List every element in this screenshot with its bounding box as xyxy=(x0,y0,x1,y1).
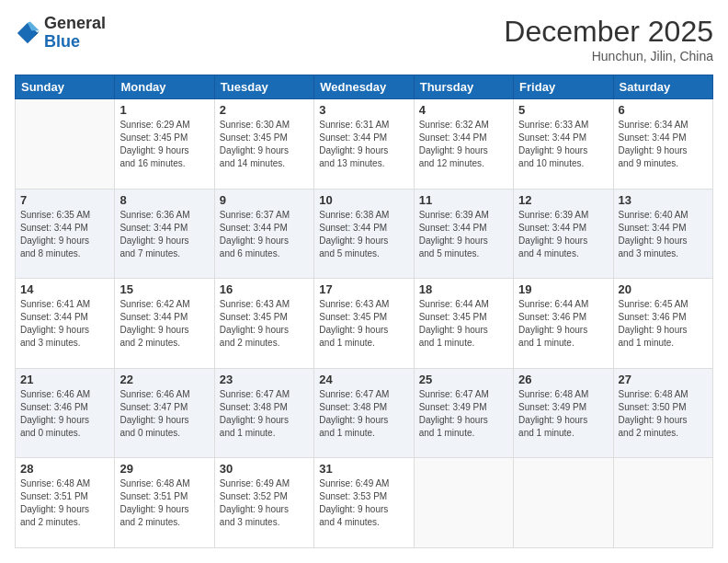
day-number: 8 xyxy=(119,193,209,207)
day-number: 25 xyxy=(419,373,508,386)
day-info: Sunrise: 6:48 AM Sunset: 3:50 PM Dayligh… xyxy=(619,388,708,440)
day-info: Sunrise: 6:39 AM Sunset: 3:44 PM Dayligh… xyxy=(518,209,608,260)
day-info: Sunrise: 6:48 AM Sunset: 3:51 PM Dayligh… xyxy=(20,477,109,529)
calendar-cell: 28Sunrise: 6:48 AM Sunset: 3:51 PM Dayli… xyxy=(16,458,115,548)
svg-marker-0 xyxy=(17,23,38,43)
day-info: Sunrise: 6:48 AM Sunset: 3:49 PM Dayligh… xyxy=(518,388,608,440)
calendar-cell: 13Sunrise: 6:40 AM Sunset: 3:44 PM Dayli… xyxy=(613,189,712,279)
calendar-cell: 4Sunrise: 6:32 AM Sunset: 3:44 PM Daylig… xyxy=(414,99,513,190)
day-info: Sunrise: 6:47 AM Sunset: 3:48 PM Dayligh… xyxy=(319,388,408,440)
weekday-header: Sunday xyxy=(16,75,115,99)
calendar-cell: 5Sunrise: 6:33 AM Sunset: 3:44 PM Daylig… xyxy=(514,99,613,190)
day-number: 19 xyxy=(518,282,608,296)
day-number: 6 xyxy=(619,103,708,117)
calendar-cell: 10Sunrise: 6:38 AM Sunset: 3:44 PM Dayli… xyxy=(314,189,414,279)
day-info: Sunrise: 6:35 AM Sunset: 3:44 PM Dayligh… xyxy=(20,209,109,260)
weekday-header: Monday xyxy=(115,75,214,99)
day-number: 4 xyxy=(419,103,508,117)
calendar-cell: 1Sunrise: 6:29 AM Sunset: 3:45 PM Daylig… xyxy=(115,99,214,190)
day-number: 31 xyxy=(319,462,408,476)
calendar-cell xyxy=(514,458,613,548)
calendar-table: SundayMondayTuesdayWednesdayThursdayFrid… xyxy=(15,75,713,548)
day-info: Sunrise: 6:36 AM Sunset: 3:44 PM Dayligh… xyxy=(119,209,209,260)
day-info: Sunrise: 6:43 AM Sunset: 3:45 PM Dayligh… xyxy=(220,298,309,350)
calendar-cell: 7Sunrise: 6:35 AM Sunset: 3:44 PM Daylig… xyxy=(16,189,115,279)
day-info: Sunrise: 6:43 AM Sunset: 3:45 PM Dayligh… xyxy=(319,298,408,350)
logo-blue: Blue xyxy=(44,33,106,52)
day-info: Sunrise: 6:40 AM Sunset: 3:44 PM Dayligh… xyxy=(619,209,708,260)
calendar-cell: 19Sunrise: 6:44 AM Sunset: 3:46 PM Dayli… xyxy=(514,279,613,369)
header: General Blue December 2025 Hunchun, Jili… xyxy=(15,15,713,63)
calendar-cell: 9Sunrise: 6:37 AM Sunset: 3:44 PM Daylig… xyxy=(214,189,313,279)
day-info: Sunrise: 6:33 AM Sunset: 3:44 PM Dayligh… xyxy=(518,119,608,170)
calendar-cell xyxy=(613,458,712,548)
title-area: December 2025 Hunchun, Jilin, China xyxy=(504,15,713,63)
calendar-cell: 27Sunrise: 6:48 AM Sunset: 3:50 PM Dayli… xyxy=(613,368,712,458)
calendar-cell: 8Sunrise: 6:36 AM Sunset: 3:44 PM Daylig… xyxy=(115,189,214,279)
day-number: 1 xyxy=(119,103,209,117)
day-info: Sunrise: 6:49 AM Sunset: 3:52 PM Dayligh… xyxy=(220,477,309,529)
day-number: 15 xyxy=(119,282,209,296)
day-info: Sunrise: 6:47 AM Sunset: 3:48 PM Dayligh… xyxy=(220,388,309,440)
calendar-cell: 11Sunrise: 6:39 AM Sunset: 3:44 PM Dayli… xyxy=(414,189,513,279)
day-number: 30 xyxy=(220,462,309,476)
calendar-cell: 22Sunrise: 6:46 AM Sunset: 3:47 PM Dayli… xyxy=(115,368,214,458)
day-number: 11 xyxy=(419,193,508,207)
page: General Blue December 2025 Hunchun, Jili… xyxy=(0,0,728,563)
calendar-cell: 14Sunrise: 6:41 AM Sunset: 3:44 PM Dayli… xyxy=(16,279,115,369)
calendar-cell: 18Sunrise: 6:44 AM Sunset: 3:45 PM Dayli… xyxy=(414,279,513,369)
day-number: 3 xyxy=(319,103,408,117)
calendar-cell: 20Sunrise: 6:45 AM Sunset: 3:46 PM Dayli… xyxy=(613,279,712,369)
calendar-cell: 24Sunrise: 6:47 AM Sunset: 3:48 PM Dayli… xyxy=(314,368,414,458)
day-number: 24 xyxy=(319,373,408,386)
calendar-cell: 16Sunrise: 6:43 AM Sunset: 3:45 PM Dayli… xyxy=(214,279,313,369)
calendar-cell: 6Sunrise: 6:34 AM Sunset: 3:44 PM Daylig… xyxy=(613,99,712,190)
logo-text: General Blue xyxy=(44,15,106,52)
weekday-header: Tuesday xyxy=(214,75,313,99)
day-info: Sunrise: 6:47 AM Sunset: 3:49 PM Dayligh… xyxy=(419,388,508,440)
day-info: Sunrise: 6:46 AM Sunset: 3:47 PM Dayligh… xyxy=(119,388,209,440)
day-info: Sunrise: 6:34 AM Sunset: 3:44 PM Dayligh… xyxy=(619,119,708,170)
day-number: 29 xyxy=(119,462,209,476)
day-info: Sunrise: 6:41 AM Sunset: 3:44 PM Dayligh… xyxy=(20,298,109,350)
day-number: 12 xyxy=(518,193,608,207)
calendar-cell: 2Sunrise: 6:30 AM Sunset: 3:45 PM Daylig… xyxy=(214,99,313,190)
day-info: Sunrise: 6:45 AM Sunset: 3:46 PM Dayligh… xyxy=(619,298,708,350)
day-number: 23 xyxy=(220,373,309,386)
day-number: 18 xyxy=(419,282,508,296)
day-number: 22 xyxy=(119,373,209,386)
calendar-cell: 3Sunrise: 6:31 AM Sunset: 3:44 PM Daylig… xyxy=(314,99,414,190)
weekday-header: Wednesday xyxy=(314,75,414,99)
calendar-week-row: 7Sunrise: 6:35 AM Sunset: 3:44 PM Daylig… xyxy=(16,189,713,279)
calendar-cell: 15Sunrise: 6:42 AM Sunset: 3:44 PM Dayli… xyxy=(115,279,214,369)
day-info: Sunrise: 6:29 AM Sunset: 3:45 PM Dayligh… xyxy=(119,119,209,170)
day-number: 26 xyxy=(518,373,608,386)
calendar-cell: 26Sunrise: 6:48 AM Sunset: 3:49 PM Dayli… xyxy=(514,368,613,458)
day-number: 16 xyxy=(220,282,309,296)
calendar-cell: 29Sunrise: 6:48 AM Sunset: 3:51 PM Dayli… xyxy=(115,458,214,548)
calendar-cell: 25Sunrise: 6:47 AM Sunset: 3:49 PM Dayli… xyxy=(414,368,513,458)
calendar-week-row: 1Sunrise: 6:29 AM Sunset: 3:45 PM Daylig… xyxy=(16,99,713,190)
calendar-cell xyxy=(414,458,513,548)
day-info: Sunrise: 6:49 AM Sunset: 3:53 PM Dayligh… xyxy=(319,477,408,529)
day-number: 20 xyxy=(619,282,708,296)
day-info: Sunrise: 6:46 AM Sunset: 3:46 PM Dayligh… xyxy=(20,388,109,440)
weekday-header: Saturday xyxy=(613,75,712,99)
day-number: 28 xyxy=(20,462,109,476)
logo-general: General xyxy=(44,15,106,33)
day-info: Sunrise: 6:48 AM Sunset: 3:51 PM Dayligh… xyxy=(119,477,209,529)
day-info: Sunrise: 6:37 AM Sunset: 3:44 PM Dayligh… xyxy=(220,209,309,260)
calendar-cell: 31Sunrise: 6:49 AM Sunset: 3:53 PM Dayli… xyxy=(314,458,414,548)
month-title: December 2025 xyxy=(504,15,713,49)
day-info: Sunrise: 6:44 AM Sunset: 3:46 PM Dayligh… xyxy=(518,298,608,350)
day-number: 13 xyxy=(619,193,708,207)
weekday-header: Friday xyxy=(514,75,613,99)
logo: General Blue xyxy=(15,15,106,52)
calendar-week-row: 14Sunrise: 6:41 AM Sunset: 3:44 PM Dayli… xyxy=(16,279,713,369)
calendar-cell: 21Sunrise: 6:46 AM Sunset: 3:46 PM Dayli… xyxy=(16,368,115,458)
day-number: 27 xyxy=(619,373,708,386)
calendar-cell: 12Sunrise: 6:39 AM Sunset: 3:44 PM Dayli… xyxy=(514,189,613,279)
day-info: Sunrise: 6:31 AM Sunset: 3:44 PM Dayligh… xyxy=(319,119,408,170)
calendar-cell: 23Sunrise: 6:47 AM Sunset: 3:48 PM Dayli… xyxy=(214,368,313,458)
logo-icon xyxy=(15,20,40,46)
